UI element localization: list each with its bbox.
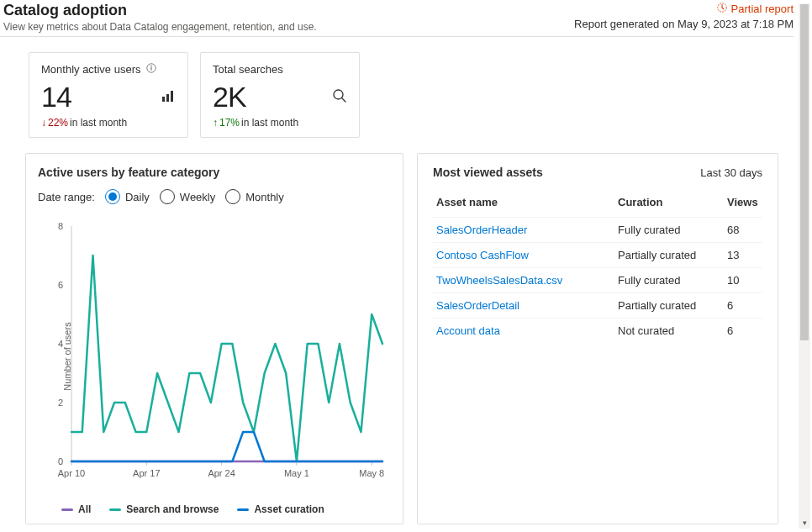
clock-icon <box>716 2 728 16</box>
views-cell: 6 <box>724 293 762 319</box>
kpi-mau-value: 14 <box>41 81 71 113</box>
col-curation[interactable]: Curation <box>614 191 724 218</box>
legend-asset-curation[interactable]: Asset curation <box>237 503 324 515</box>
kpi-searches-trend-suffix: in last month <box>241 117 298 129</box>
chart-legend: All Search and browse Asset curation <box>38 503 391 515</box>
kpi-searches-trend-pct: 17% <box>219 117 240 129</box>
svg-text:2: 2 <box>58 398 63 408</box>
kpi-mau-trend-suffix: in last month <box>70 117 127 129</box>
asset-link[interactable]: Account data <box>436 324 500 337</box>
scrollbar-thumb[interactable] <box>800 4 809 340</box>
vertical-scrollbar[interactable]: ▾ <box>799 3 810 529</box>
radio-weekly[interactable]: Weekly <box>160 189 215 204</box>
curation-cell: Fully curated <box>614 268 724 293</box>
page-subtitle: View key metrics about Data Catalog enga… <box>3 21 317 33</box>
table-row: SalesOrderHeaderFully curated68 <box>433 218 762 243</box>
svg-text:May 1: May 1 <box>284 468 309 478</box>
scroll-down-icon[interactable]: ▾ <box>799 517 810 529</box>
col-views[interactable]: Views <box>724 191 762 218</box>
svg-rect-3 <box>150 67 151 71</box>
curation-cell: Partially curated <box>614 243 724 268</box>
panel-active-users: Active users by feature category Date ra… <box>25 153 403 524</box>
svg-text:6: 6 <box>58 280 63 290</box>
table-row: SalesOrderDetailPartially curated6 <box>433 293 762 319</box>
views-cell: 68 <box>724 218 762 243</box>
svg-text:Apr 24: Apr 24 <box>208 468 235 478</box>
svg-text:May 8: May 8 <box>359 468 384 478</box>
svg-text:Apr 17: Apr 17 <box>133 468 160 478</box>
panel-table-title: Most viewed assets <box>433 166 543 179</box>
table-row: Account dataNot curated6 <box>433 319 762 344</box>
svg-point-2 <box>150 66 152 67</box>
search-icon <box>332 88 347 106</box>
legend-search-browse[interactable]: Search and browse <box>109 503 219 515</box>
bar-chart-icon <box>161 88 176 106</box>
info-icon[interactable] <box>146 63 156 76</box>
table-row: TwoWheelsSalesData.csvFully curated10 <box>433 268 762 293</box>
curation-cell: Partially curated <box>614 293 724 319</box>
arrow-down-icon: ↓ <box>41 117 46 129</box>
views-cell: 6 <box>724 319 762 344</box>
curation-cell: Fully curated <box>614 218 724 243</box>
svg-text:0: 0 <box>58 456 63 466</box>
assets-table: Asset name Curation Views SalesOrderHead… <box>433 191 762 343</box>
asset-link[interactable]: Contoso CashFlow <box>436 249 529 261</box>
kpi-mau-title: Monthly active users <box>41 63 141 76</box>
panel-chart-title: Active users by feature category <box>38 166 391 179</box>
chart-y-label: Number of users <box>62 322 72 390</box>
radio-monthly[interactable]: Monthly <box>225 189 284 204</box>
svg-rect-6 <box>171 91 173 102</box>
curation-cell: Not curated <box>614 319 724 344</box>
svg-text:8: 8 <box>58 221 63 231</box>
asset-link[interactable]: TwoWheelsSalesData.csv <box>436 274 562 287</box>
views-cell: 10 <box>724 268 762 293</box>
svg-rect-4 <box>162 97 165 102</box>
date-range-label: Date range: <box>38 191 95 203</box>
legend-all[interactable]: All <box>61 503 91 515</box>
svg-text:Apr 10: Apr 10 <box>58 468 85 478</box>
arrow-up-icon: ↑ <box>213 117 218 129</box>
radio-daily[interactable]: Daily <box>105 189 150 204</box>
views-cell: 13 <box>724 243 762 268</box>
kpi-mau[interactable]: Monthly active users 14 ↓ 22% in last mo… <box>29 52 188 138</box>
kpi-searches-title: Total searches <box>213 63 283 76</box>
asset-link[interactable]: SalesOrderDetail <box>436 299 519 312</box>
kpi-searches[interactable]: Total searches 2K ↑ 17% in last month <box>200 52 360 138</box>
table-row: Contoso CashFlowPartially curated13 <box>433 243 762 268</box>
line-chart[interactable]: 02468Apr 10Apr 17Apr 24May 1May 8 <box>38 218 391 487</box>
page-title: Catalog adoption <box>3 2 317 19</box>
partial-report-badge: Partial report <box>716 2 794 16</box>
panel-most-viewed-assets: Most viewed assets Last 30 days Asset na… <box>417 153 778 524</box>
svg-point-7 <box>334 90 343 99</box>
col-asset-name[interactable]: Asset name <box>433 191 614 218</box>
kpi-mau-trend-pct: 22% <box>48 117 68 129</box>
report-generated-time: Report generated on May 9, 2023 at 7:18 … <box>574 18 794 30</box>
panel-table-range: Last 30 days <box>700 166 762 179</box>
partial-report-label: Partial report <box>731 3 794 15</box>
svg-rect-5 <box>166 94 169 102</box>
kpi-searches-value: 2K <box>213 81 246 113</box>
asset-link[interactable]: SalesOrderHeader <box>436 224 527 236</box>
